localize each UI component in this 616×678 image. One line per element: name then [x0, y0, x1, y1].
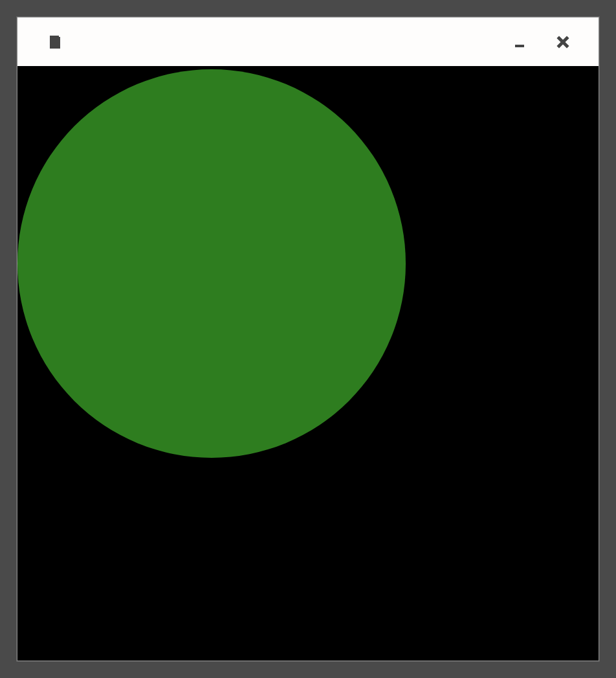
titlebar-controls — [515, 36, 586, 49]
titlebar-left — [30, 36, 60, 49]
window-titlebar[interactable] — [17, 17, 599, 66]
green-circle-shape — [17, 69, 406, 458]
application-window — [17, 17, 599, 661]
minimize-button[interactable] — [515, 45, 524, 47]
canvas-area[interactable] — [17, 66, 599, 661]
app-icon — [50, 36, 60, 49]
close-button[interactable] — [556, 36, 569, 49]
